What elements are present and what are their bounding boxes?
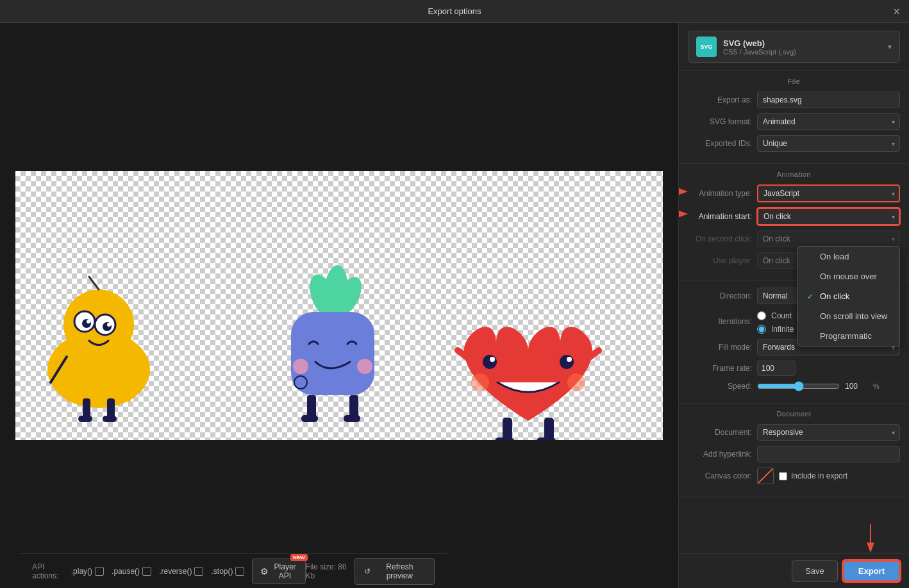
count-radio-label: Count [771, 311, 792, 320]
speed-slider[interactable] [757, 381, 840, 391]
document-section-title: Document [688, 410, 900, 418]
document-select-wrapper: Responsive ▾ [757, 424, 900, 441]
use-player-label: Use player: [688, 256, 752, 265]
svg-point-29 [483, 355, 497, 369]
document-label: Document: [688, 428, 752, 437]
refresh-preview-button[interactable]: ↺ Refresh preview [354, 558, 435, 585]
infinite-radio[interactable] [757, 325, 766, 334]
on-second-click-select-wrapper: On click ▾ [757, 231, 900, 247]
svg-point-28 [567, 373, 585, 391]
exported-ids-select-wrapper: Unique ▾ [757, 135, 900, 152]
export-button[interactable]: Export [843, 560, 900, 582]
speed-value: 100 [845, 382, 868, 391]
chevron-down-icon: ▾ [888, 42, 892, 51]
format-name: SVG (web) [723, 38, 881, 48]
beet-character [291, 265, 374, 422]
export-as-label: Export as: [688, 95, 752, 104]
dropdown-item-onclick[interactable]: ✓ On click [798, 286, 899, 306]
direction-label: Direction: [688, 291, 752, 300]
canvas-color-label: Canvas color: [688, 471, 752, 480]
svg-point-9 [107, 323, 111, 327]
stop-action[interactable]: .stop() [211, 567, 244, 576]
svg-rect-36 [537, 437, 556, 440]
document-select[interactable]: Responsive [757, 424, 900, 441]
svg-point-32 [567, 357, 572, 362]
close-button[interactable]: × [893, 6, 900, 17]
export-as-input[interactable] [757, 92, 900, 108]
svg-icon: SVG [696, 37, 717, 57]
api-actions: API actions: .play() .pause() .reverse()… [32, 559, 306, 584]
file-section-title: File [688, 78, 900, 85]
fill-mode-label: Fill mode: [688, 343, 752, 352]
pause-copy-icon[interactable] [142, 567, 151, 576]
infinite-radio-label: Infinite [771, 325, 794, 334]
hyperlink-label: Add hyperlink: [688, 450, 752, 459]
heart-character [458, 327, 599, 440]
count-radio[interactable] [757, 311, 766, 320]
refresh-icon: ↺ [364, 567, 371, 576]
animation-start-select-wrapper: On click On load On mouse over On scroll… [757, 208, 900, 225]
svg-line-3 [89, 277, 99, 290]
dropdown-item-onload[interactable]: On load [798, 247, 899, 266]
animation-section-title: Animation [688, 170, 900, 178]
svg-point-27 [471, 373, 489, 391]
svg-format-select[interactable]: Animated [757, 113, 900, 130]
svg-rect-35 [495, 437, 514, 440]
document-section: Document Document: Responsive ▾ Add hype… [679, 404, 909, 496]
format-info: SVG (web) CSS / JavaScript (.svg) [723, 38, 881, 56]
modal-title: Export options [428, 6, 481, 16]
reverse-action[interactable]: .reverse() [159, 567, 203, 576]
dropdown-item-onmouseover[interactable]: On mouse over [798, 266, 899, 286]
svg-format-label: SVG format: [688, 117, 752, 126]
speed-slider-wrapper: 100 % [757, 381, 880, 391]
color-swatch-x [758, 468, 773, 484]
canvas-color-swatch[interactable] [757, 468, 774, 484]
animation-start-select[interactable]: On click On load On mouse over On scroll… [757, 208, 900, 225]
dropdown-item-onscroll[interactable]: On scroll into view [798, 306, 899, 326]
svg-point-21 [357, 359, 372, 374]
reverse-copy-icon[interactable] [194, 567, 203, 576]
api-actions-label: API actions: [32, 562, 63, 580]
format-selector: SVG SVG (web) CSS / JavaScript (.svg) ▾ [679, 23, 909, 71]
animation-type-row: Animation type: JavaScript CSS ▾ [688, 184, 900, 202]
hyperlink-row: Add hyperlink: [688, 446, 900, 462]
iterations-label: Iterations: [688, 317, 752, 326]
svg-rect-24 [349, 395, 358, 418]
animation-start-dropdown: On load On mouse over ✓ On click On scro… [797, 246, 900, 347]
on-second-click-select[interactable]: On click [757, 231, 900, 247]
bottom-bar: API actions: .play() .pause() .reverse()… [19, 553, 447, 588]
red-arrow-type [678, 182, 692, 201]
export-as-row: Export as: [688, 92, 900, 108]
new-badge: NEW [290, 554, 308, 561]
svg-rect-34 [544, 418, 554, 440]
save-button[interactable]: Save [792, 560, 838, 582]
frame-rate-select[interactable]: 100 60 30 [757, 361, 796, 376]
include-in-export: Include in export [779, 471, 847, 480]
frame-rate-label: Frame rate: [688, 364, 752, 373]
exported-ids-row: Exported IDs: Unique ▾ [688, 135, 900, 152]
format-sub: CSS / JavaScript (.svg) [723, 48, 881, 56]
svg-rect-12 [107, 398, 115, 418]
svg-point-31 [490, 357, 495, 362]
play-action[interactable]: .play() [71, 567, 104, 576]
main-container: API actions: .play() .pause() .reverse()… [0, 23, 909, 588]
reverse-label: .reverse() [159, 567, 192, 576]
format-dropdown[interactable]: SVG SVG (web) CSS / JavaScript (.svg) ▾ [688, 31, 900, 63]
dropdown-item-programmatic[interactable]: Programmatic [798, 326, 899, 346]
frame-rate-row: Frame rate: 100 60 30 [688, 361, 900, 376]
animation-type-select[interactable]: JavaScript CSS [757, 184, 900, 202]
file-size-label: File size: 86 Kb [306, 562, 354, 580]
svg-rect-25 [301, 415, 318, 422]
stop-label: .stop() [211, 567, 233, 576]
player-api-button[interactable]: ⚙ Player API NEW [252, 559, 305, 584]
preview-canvas [15, 171, 663, 440]
hyperlink-input[interactable] [757, 446, 900, 462]
canvas-color-row: Canvas color: Include in export [688, 468, 900, 484]
exported-ids-select[interactable]: Unique [757, 135, 900, 152]
speed-label: Speed: [688, 382, 752, 391]
play-copy-icon[interactable] [95, 567, 104, 576]
canvas-wrapper [15, 171, 663, 440]
stop-copy-icon[interactable] [235, 567, 244, 576]
pause-action[interactable]: .pause() [112, 567, 151, 576]
include-checkbox[interactable] [779, 472, 787, 480]
